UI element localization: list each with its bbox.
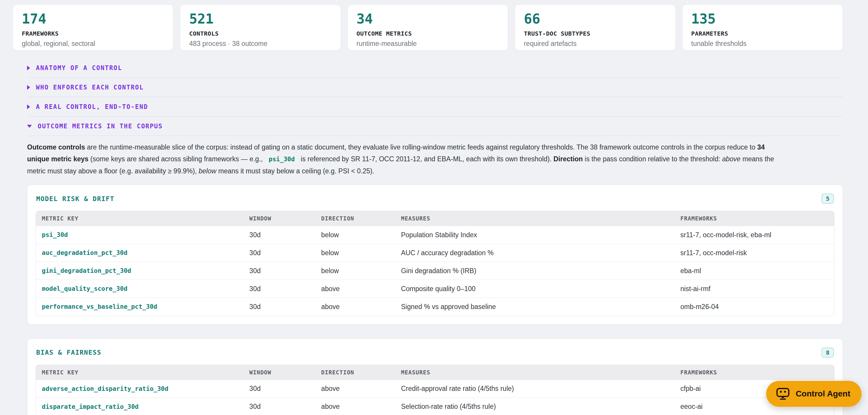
column-header: WINDOW (244, 211, 315, 226)
table-cell: 30d (244, 244, 315, 262)
table-cell: Credit-approval rate ratio (4/5ths rule) (395, 380, 675, 397)
stat-sublabel: runtime-measurable (356, 40, 499, 48)
stats-row: 174 FRAMEWORKS global, regional, sectora… (13, 4, 843, 51)
intro-text-segment: are the runtime-measurable slice of the … (85, 143, 757, 151)
stat-card-frameworks: 174 FRAMEWORKS global, regional, sectora… (13, 4, 174, 51)
table-cell: above (315, 397, 395, 415)
intro-text-segment: is referenced by SR 11-7, OCC 2011-12, a… (299, 155, 554, 163)
table-cell: sr11-7, occ-model-risk (675, 244, 834, 262)
accordion-header-anatomy-of-a-control[interactable]: ANATOMY OF A CONTROL (27, 58, 843, 78)
section-title: MODEL RISK & DRIFT (36, 195, 114, 202)
stat-label: FRAMEWORKS (22, 30, 164, 37)
table-cell: AUC / accuracy degradation % (395, 244, 675, 262)
table-cell: eba-ml (675, 262, 834, 280)
table-header-row: METRIC KEYWINDOWDIRECTIONMEASURESFRAMEWO… (36, 211, 834, 226)
stat-card-parameters: 135 PARAMETERS tunable thresholds (682, 4, 843, 51)
intro-text-segment: Outcome controls (27, 143, 85, 151)
column-header: DIRECTION (315, 365, 395, 380)
stat-label: PARAMETERS (691, 30, 834, 37)
table-cell: Gini degradation % (IRB) (395, 262, 675, 280)
table-cell: 30d (244, 380, 315, 397)
accordion-header-a-real-control-end-to-end[interactable]: A REAL CONTROL, END-TO-END (27, 97, 843, 117)
table-cell: 30d (244, 298, 315, 316)
intro-text-segment: Direction (554, 155, 583, 163)
metric-key: disparate_impact_ratio_30d (36, 397, 244, 415)
chevron-right-icon (27, 104, 30, 109)
stat-sublabel: tunable thresholds (691, 40, 834, 48)
stat-sublabel: required artefacts (524, 40, 666, 48)
metric-key: performance_vs_baseline_pct_30d (36, 298, 244, 316)
metrics-table: METRIC KEYWINDOWDIRECTIONMEASURESFRAMEWO… (36, 211, 834, 316)
metric-key: auc_degradation_pct_30d (36, 244, 244, 262)
table-header-row: METRIC KEYWINDOWDIRECTIONMEASURESFRAMEWO… (36, 365, 834, 380)
intro-text-segment: below (199, 167, 216, 175)
table-cell: Selection-rate ratio (4/5ths rule) (395, 397, 675, 415)
accordion-label: OUTCOME METRICS IN THE CORPUS (38, 123, 163, 130)
control-agent-label: Control Agent (796, 389, 850, 398)
column-header: MEASURES (395, 211, 675, 226)
accordion-label: ANATOMY OF A CONTROL (36, 64, 122, 71)
table-row: performance_vs_baseline_pct_30d30daboveS… (36, 298, 834, 316)
metric-key: psi_30d (36, 226, 244, 244)
table-cell: 30d (244, 262, 315, 280)
table-row: psi_30d30dbelowPopulation Stability Inde… (36, 226, 834, 244)
intro-paragraph: Outcome controls are the runtime-measura… (27, 141, 781, 177)
table-cell: below (315, 262, 395, 280)
stat-card-outcome-metrics: 34 OUTCOME METRICS runtime-measurable (347, 4, 508, 51)
table-row: gini_degradation_pct_30d30dbelowGini deg… (36, 262, 834, 280)
table-cell: 30d (244, 397, 315, 415)
column-header: FRAMEWORKS (675, 365, 834, 380)
column-header: MEASURES (395, 365, 675, 380)
stat-card-controls: 521 CONTROLS 483 process · 38 outcome (180, 4, 341, 51)
section-title: BIAS & FAIRNESS (36, 349, 101, 356)
table-cell: Population Stability Index (395, 226, 675, 244)
table-row: auc_degradation_pct_30d30dbelowAUC / acc… (36, 244, 834, 262)
table-cell: 30d (244, 280, 315, 298)
table-cell: Composite quality 0–100 (395, 280, 675, 298)
metric-key: gini_degradation_pct_30d (36, 262, 244, 280)
stat-value: 34 (356, 12, 499, 26)
table-cell: sr11-7, occ-model-risk, eba-ml (675, 226, 834, 244)
section-card-header: MODEL RISK & DRIFT 5 (36, 192, 834, 204)
table-cell: above (315, 380, 395, 397)
table-cell: above (315, 298, 395, 316)
stat-value: 521 (189, 12, 332, 26)
robot-face-icon (776, 388, 790, 400)
chevron-right-icon (27, 85, 30, 90)
stat-sublabel: 483 process · 38 outcome (189, 40, 332, 48)
table-cell: above (315, 280, 395, 298)
intro-text-segment: (some keys are shared across sibling fra… (88, 155, 265, 163)
stat-value: 135 (691, 12, 834, 26)
stat-value: 174 (22, 12, 164, 26)
control-agent-button[interactable]: Control Agent (766, 381, 862, 407)
intro-text-segment: psi_30d (266, 155, 298, 164)
metric-key: adverse_action_disparity_ratio_30d (36, 380, 244, 397)
table-cell: 30d (244, 226, 315, 244)
page: 174 FRAMEWORKS global, regional, sectora… (0, 0, 868, 415)
chevron-down-icon (27, 125, 32, 128)
accordion-label: A REAL CONTROL, END-TO-END (36, 103, 148, 110)
intro-text-segment: is the pass condition relative to the th… (583, 155, 722, 163)
column-header: WINDOW (244, 365, 315, 380)
intro-text-segment: above (722, 155, 741, 163)
column-header: FRAMEWORKS (675, 211, 834, 226)
stat-value: 66 (524, 12, 666, 26)
chevron-right-icon (27, 66, 30, 70)
accordion-header-who-enforces-each-control[interactable]: WHO ENFORCES EACH CONTROL (27, 78, 843, 97)
table-cell: below (315, 226, 395, 244)
column-header: METRIC KEY (36, 365, 244, 380)
stat-sublabel: global, regional, sectoral (22, 40, 164, 48)
accordion-label: WHO ENFORCES EACH CONTROL (36, 84, 144, 91)
metrics-table: METRIC KEYWINDOWDIRECTIONMEASURESFRAMEWO… (36, 365, 834, 415)
section-card-bias-and-fairness: BIAS & FAIRNESS 8 METRIC KEYWINDOWDIRECT… (27, 339, 843, 415)
table-row: model_quality_score_30d30daboveComposite… (36, 280, 834, 298)
column-header: DIRECTION (315, 211, 395, 226)
count-badge: 8 (822, 348, 834, 358)
accordion-region: ANATOMY OF A CONTROL WHO ENFORCES EACH C… (27, 58, 843, 415)
metric-key: model_quality_score_30d (36, 280, 244, 298)
accordion-header-outcome-metrics-in-the-corpus[interactable]: OUTCOME METRICS IN THE CORPUS (27, 117, 843, 136)
table-cell: nist-ai-rmf (675, 280, 834, 298)
stat-card-trust-doc-subtypes: 66 TRUST-DOC SUBTYPES required artefacts (515, 4, 676, 51)
table-row: adverse_action_disparity_ratio_30d30dabo… (36, 380, 834, 397)
stat-label: TRUST-DOC SUBTYPES (524, 30, 666, 37)
